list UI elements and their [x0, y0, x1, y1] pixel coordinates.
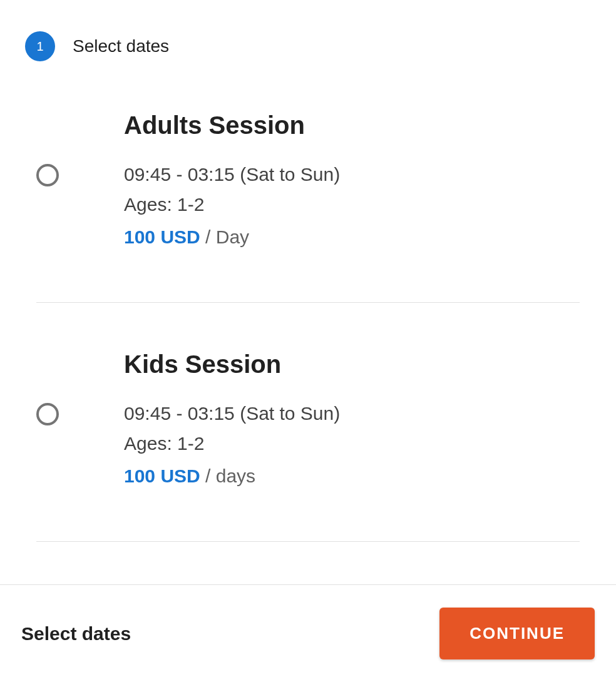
session-time: 09:45 - 03:15 (Sat to Sun)	[124, 160, 580, 190]
step-title: Select dates	[73, 36, 169, 56]
session-details: Kids Session 09:45 - 03:15 (Sat to Sun) …	[124, 350, 580, 491]
radio-unchecked-icon[interactable]	[36, 164, 59, 186]
step-header: 1 Select dates	[0, 0, 616, 61]
radio-wrap	[36, 111, 124, 186]
radio-wrap	[36, 350, 124, 425]
session-details: Adults Session 09:45 - 03:15 (Sat to Sun…	[124, 111, 580, 252]
session-price-line: 100 USD / days	[124, 461, 580, 491]
session-ages: Ages: 1-2	[124, 429, 580, 459]
session-time: 09:45 - 03:15 (Sat to Sun)	[124, 399, 580, 429]
continue-button[interactable]: CONTINUE	[439, 608, 595, 659]
session-option-kids[interactable]: Kids Session 09:45 - 03:15 (Sat to Sun) …	[36, 350, 580, 542]
session-price-unit: / Day	[200, 226, 249, 247]
bottom-bar-label: Select dates	[21, 623, 131, 644]
sessions-list: Adults Session 09:45 - 03:15 (Sat to Sun…	[0, 111, 616, 542]
session-title: Adults Session	[124, 111, 580, 140]
step-number-badge: 1	[25, 31, 55, 61]
bottom-bar: Select dates CONTINUE	[0, 584, 616, 682]
session-title: Kids Session	[124, 350, 580, 379]
session-option-adults[interactable]: Adults Session 09:45 - 03:15 (Sat to Sun…	[36, 111, 580, 303]
session-price: 100 USD	[124, 466, 200, 486]
radio-unchecked-icon[interactable]	[36, 403, 59, 425]
session-price-unit: / days	[200, 466, 255, 486]
session-price: 100 USD	[124, 226, 200, 247]
session-price-line: 100 USD / Day	[124, 222, 580, 252]
session-ages: Ages: 1-2	[124, 190, 580, 220]
step-number: 1	[36, 39, 43, 54]
